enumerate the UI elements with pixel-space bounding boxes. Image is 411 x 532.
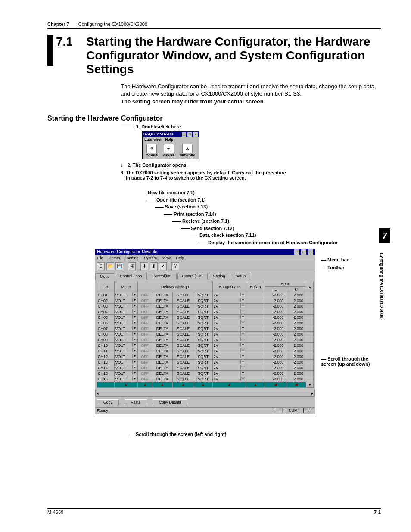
cell-range-type[interactable]: 2V <box>212 309 246 315</box>
cell-delta[interactable]: DELTA <box>152 292 172 298</box>
cell-span-u[interactable]: 2.000 <box>286 354 306 360</box>
cell-off[interactable]: OFF <box>138 298 152 304</box>
cell-refch[interactable] <box>246 376 265 382</box>
cell-span-l[interactable]: -2.000 <box>265 326 286 332</box>
cell-off[interactable]: OFF <box>138 304 152 309</box>
cell-range-type[interactable]: 2V <box>212 298 246 304</box>
cell-off[interactable]: OFF <box>138 337 152 343</box>
cell-scale[interactable]: SCALE <box>172 298 194 304</box>
cell-sqrt[interactable]: SQRT <box>194 348 212 354</box>
cell-scale[interactable]: SCALE <box>172 376 194 382</box>
menu-setting[interactable]: Setting <box>127 256 139 260</box>
receive-icon[interactable]: ⬇ <box>140 262 148 270</box>
paste-button[interactable]: Paste <box>125 399 147 405</box>
cell-delta[interactable]: DELTA <box>152 326 172 332</box>
cell-span-u[interactable]: 2.000 <box>286 371 306 376</box>
cell-mode[interactable]: VOLT <box>114 309 138 315</box>
cell-mode[interactable]: VOLT <box>114 337 138 343</box>
cell-delta[interactable]: DELTA <box>152 360 172 365</box>
cell-span-l[interactable]: -2.000 <box>265 354 286 360</box>
cell-span-l[interactable]: -2.000 <box>265 304 286 309</box>
cell-off[interactable]: OFF <box>138 360 152 365</box>
tab-setting[interactable]: Setting <box>209 273 230 280</box>
tab-setup[interactable]: Setup <box>231 273 251 280</box>
cell-sqrt[interactable]: SQRT <box>194 376 212 382</box>
cell-span-u[interactable]: 2.000 <box>286 365 306 371</box>
scrollbar-track[interactable] <box>306 348 314 354</box>
scrollbar-track[interactable] <box>306 320 314 326</box>
scroll-down-icon[interactable]: ▾ <box>306 382 314 388</box>
cell-range-type[interactable]: 2V <box>212 354 246 360</box>
cell-mode[interactable]: VOLT <box>114 332 138 337</box>
send-icon[interactable]: ⬆ <box>150 262 158 270</box>
cell-mode[interactable]: VOLT <box>114 304 138 309</box>
cell-off[interactable]: OFF <box>138 315 152 320</box>
scrollbar-track[interactable] <box>306 309 314 315</box>
cell-scale[interactable]: SCALE <box>172 332 194 337</box>
cell-span-l[interactable]: -2.000 <box>265 371 286 376</box>
scrollbar-track[interactable] <box>306 376 314 382</box>
cell-sqrt[interactable]: SQRT <box>194 292 212 298</box>
cell-scale[interactable]: SCALE <box>172 309 194 315</box>
cell-delta[interactable]: DELTA <box>152 315 172 320</box>
scrollbar-track[interactable] <box>306 365 314 371</box>
cell-scale[interactable]: SCALE <box>172 343 194 348</box>
cell-span-u[interactable]: 2.000 <box>286 360 306 365</box>
about-icon[interactable]: ? <box>171 262 179 270</box>
resize-grip-icon[interactable]: ⋰ <box>303 408 313 413</box>
config-icon[interactable]: ⚙CONFIG <box>146 144 158 157</box>
cell-delta[interactable]: DELTA <box>152 309 172 315</box>
cell-sqrt[interactable]: SQRT <box>194 315 212 320</box>
tab-control-ext[interactable]: Control(Ext) <box>177 273 208 280</box>
cell-scale[interactable]: SCALE <box>172 365 194 371</box>
cell-span-l[interactable]: -2.000 <box>265 376 286 382</box>
cell-delta[interactable]: DELTA <box>152 320 172 326</box>
menu-file[interactable]: File <box>97 256 103 260</box>
cell-delta[interactable]: DELTA <box>152 337 172 343</box>
cell-off[interactable]: OFF <box>138 354 152 360</box>
cell-delta[interactable]: DELTA <box>152 365 172 371</box>
cell-scale[interactable]: SCALE <box>172 354 194 360</box>
cell-sqrt[interactable]: SQRT <box>194 360 212 365</box>
maximize-icon[interactable]: □ <box>187 132 192 137</box>
cell-delta[interactable]: DELTA <box>152 343 172 348</box>
scrollbar-track[interactable] <box>306 332 314 337</box>
copy-details-button[interactable]: Copy Details <box>153 399 187 405</box>
menu-system[interactable]: System <box>144 256 157 260</box>
cell-refch[interactable] <box>246 371 265 376</box>
cell-mode[interactable]: VOLT <box>114 376 138 382</box>
menu-help[interactable]: Help <box>176 256 184 260</box>
cell-span-u[interactable]: 2.000 <box>286 332 306 337</box>
cell-range-type[interactable]: 2V <box>212 332 246 337</box>
cell-span-u[interactable]: 2.000 <box>286 320 306 326</box>
cell-range-type[interactable]: 2V <box>212 304 246 309</box>
scrollbar-horizontal[interactable]: ◂▸ <box>95 390 315 397</box>
cell-refch[interactable] <box>246 343 265 348</box>
close-icon[interactable]: × <box>308 249 313 255</box>
data-check-icon[interactable]: ✔ <box>159 262 167 270</box>
save-icon[interactable]: 💾 <box>115 262 123 270</box>
scrollbar-track[interactable] <box>306 315 314 320</box>
cell-refch[interactable] <box>246 309 265 315</box>
cell-span-u[interactable]: 2.000 <box>286 348 306 354</box>
cell-range-type[interactable]: 2V <box>212 326 246 332</box>
cell-range-type[interactable]: 2V <box>212 320 246 326</box>
cell-mode[interactable]: VOLT <box>114 326 138 332</box>
tab-meas[interactable]: Meas <box>95 273 114 280</box>
minimize-icon[interactable]: _ <box>294 249 299 255</box>
cell-refch[interactable] <box>246 320 265 326</box>
cell-sqrt[interactable]: SQRT <box>194 298 212 304</box>
cell-range-type[interactable]: 2V <box>212 292 246 298</box>
cell-mode[interactable]: VOLT <box>114 348 138 354</box>
help-menu[interactable]: Help <box>165 137 174 142</box>
cell-refch[interactable] <box>246 292 265 298</box>
cell-range-type[interactable]: 2V <box>212 315 246 320</box>
cell-sqrt[interactable]: SQRT <box>194 337 212 343</box>
cell-range-type[interactable]: 2V <box>212 348 246 354</box>
cell-off[interactable]: OFF <box>138 348 152 354</box>
cell-span-l[interactable]: -2.000 <box>265 315 286 320</box>
cell-span-l[interactable]: -2.000 <box>265 320 286 326</box>
cell-range-type[interactable]: 2V <box>212 360 246 365</box>
cell-scale[interactable]: SCALE <box>172 320 194 326</box>
cell-delta[interactable]: DELTA <box>152 298 172 304</box>
